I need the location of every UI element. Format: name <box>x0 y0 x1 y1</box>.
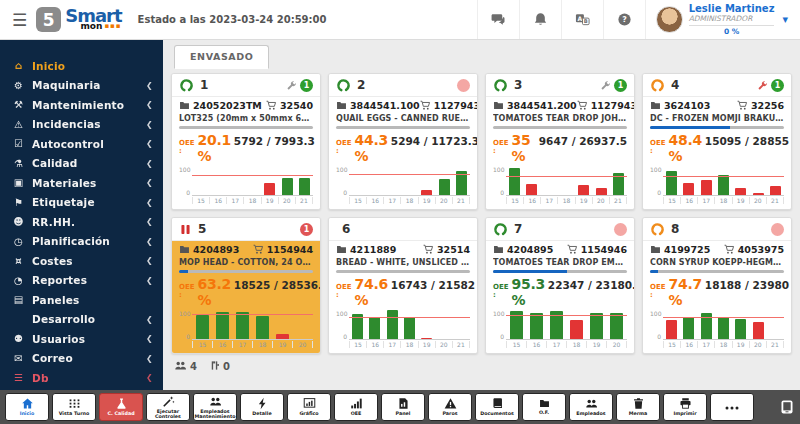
toolbar-button-documentos[interactable]: Documentos <box>475 393 519 421</box>
card-header: 7 <box>486 218 634 241</box>
tag-icon: ⚑ <box>10 197 27 208</box>
toolbar-button-more[interactable] <box>710 393 754 421</box>
x-tick-label: 17 <box>226 197 243 204</box>
chevron-left-icon: ❮ <box>146 100 153 109</box>
sidebar-item-planificaci-n[interactable]: ◷Planificación❮ <box>0 232 163 252</box>
toolbar-button-empleados[interactable]: Empleados <box>569 393 613 421</box>
order-progress-bar <box>179 270 313 274</box>
toolbar-button-paros[interactable]: Paros <box>428 393 472 421</box>
sidebar-item-usuarios[interactable]: ⚉Usuarios❮ <box>0 329 163 349</box>
sidebar-item-correo[interactable]: ✉Correo❮ <box>0 349 163 369</box>
user-menu[interactable]: Leslie Martinez ADMINISTRADOR 0 % ▾ <box>645 0 800 39</box>
order-progress-bar <box>179 126 313 130</box>
y-min-label: 0 <box>179 333 190 340</box>
sidebar-item-db[interactable]: ☰Db❮ <box>0 368 163 388</box>
sidebar-item-calidad[interactable]: ⚗Calidad❮ <box>0 154 163 174</box>
machine-card-1[interactable]: 1124052023TM32540LOT325 (20mm x 50mmx 60… <box>171 73 321 210</box>
folder-icon <box>179 244 190 255</box>
machine-number: 4 <box>671 78 679 92</box>
toolbar-button-vista-turno[interactable]: Vista Turno <box>52 393 96 421</box>
sidebar-item-incidencias[interactable]: ⚠Incidencias❮ <box>0 115 163 135</box>
toolbar-button-detalle[interactable]: Detalle <box>240 393 284 421</box>
chat-icon[interactable] <box>477 0 519 39</box>
chart-bar <box>439 179 450 195</box>
x-axis-labels: 15161718192021 <box>192 197 313 204</box>
machine-card-6[interactable]: 6421188932514BREAD - WHITE, UNSLICED JOH… <box>328 217 478 354</box>
machine-card-8[interactable]: 841997254053975CORN SYRUP KOEPP-HEGMANN … <box>642 217 792 354</box>
progress-ring-icon <box>493 222 508 237</box>
production-counts: 18525 / 28536. <box>234 279 321 291</box>
machine-card-5[interactable]: 5142048931154944MOP HEAD - COTTON, 24 OZ… <box>171 217 321 354</box>
product-name: CORN SYRUP KOEPP-HEGMANN GR... <box>650 258 784 267</box>
wand-icon <box>162 395 175 408</box>
sidebar-item-desarrollo[interactable]: Desarrollo❮ <box>0 310 163 330</box>
y-min-label: 0 <box>336 333 347 340</box>
toolbar-button-imprimir[interactable]: Imprimir <box>663 393 707 421</box>
toolbar-button-ejecutar-controles[interactable]: Ejecutar Controles <box>146 393 190 421</box>
chart-slot <box>453 310 470 339</box>
card-body: 362410332256DC - FROZEN MOMJI BRAKUS-GRE… <box>643 97 791 209</box>
sidebar-item-inicio[interactable]: ⌂Inicio <box>0 56 163 76</box>
sidebar-item-rr-hh[interactable]: ☻RR.HH.❮ <box>0 212 163 232</box>
y-min-label: 0 <box>336 189 347 196</box>
toolbar-button-merma[interactable]: Merma <box>616 393 660 421</box>
cart-icon <box>420 100 431 111</box>
bell-icon[interactable] <box>519 0 561 39</box>
x-tick-label: 15 <box>506 341 526 348</box>
chart-slot <box>506 166 523 195</box>
machine-card-2[interactable]: 23844541.10011279430QUAIL EGGS - CANNED … <box>328 73 478 210</box>
machine-number: 3 <box>514 78 522 92</box>
sidebar-item-etiquetaje[interactable]: ⚑Etiquetaje❮ <box>0 193 163 213</box>
translate-icon[interactable]: AB <box>561 0 603 39</box>
sidebar-item-costes[interactable]: ¤Costes❮ <box>0 251 163 271</box>
sidebar-item-paneles[interactable]: ▤Paneles <box>0 290 163 310</box>
chevron-left-icon: ❮ <box>146 315 153 324</box>
chart-slot <box>384 310 401 339</box>
cart-icon <box>577 100 588 111</box>
machine-card-3[interactable]: 313844541.20011279430TOMATOES TEAR DROP … <box>485 73 635 210</box>
product-name: QUAIL EGGS - CANNED RUECKER-E... <box>336 114 470 123</box>
y-min-label: 0 <box>650 189 661 196</box>
machine-number: 2 <box>357 78 365 92</box>
chevron-left-icon: ❮ <box>146 373 153 382</box>
x-tick-label: 15 <box>192 197 209 204</box>
x-axis-labels: 15161718192021 <box>506 197 627 204</box>
chart-bar <box>753 322 764 339</box>
avatar <box>656 6 683 33</box>
chart-bar <box>596 188 607 195</box>
toolbar-button-gr-fico[interactable]: Gráfico <box>287 393 331 421</box>
oee-value: 63.2 % <box>198 276 231 308</box>
card-header: 51 <box>172 218 320 241</box>
gears-icon: ⚙ <box>10 80 27 91</box>
x-tick-label: 16 <box>366 197 383 204</box>
oee-value: 74.6 % <box>355 276 388 308</box>
x-tick-label: 18 <box>566 341 586 348</box>
toolbar-button-empleados-mantenimiento[interactable]: Empleados Mantenimiento <box>193 393 237 421</box>
x-tick-label: 17 <box>697 341 714 348</box>
hamburger-menu-icon[interactable]: ☰ <box>12 10 27 30</box>
cart-icon <box>253 244 264 255</box>
toolbar-button-c-calidad[interactable]: C. Calidad <box>99 393 143 421</box>
toolbar-button-oee[interactable]: OEE <box>334 393 378 421</box>
x-tick-label: 15 <box>192 341 212 348</box>
chart-slot <box>418 310 435 339</box>
chart-slot <box>435 166 452 195</box>
sidebar-item-autocontrol[interactable]: ☑Autocontrol❮ <box>0 134 163 154</box>
oee-label: OEE : <box>336 283 352 299</box>
toolbar-button-o-f[interactable]: O.F. <box>522 393 566 421</box>
toolbar-button-inicio[interactable]: Inicio <box>5 393 49 421</box>
help-icon[interactable]: ? <box>603 0 645 39</box>
sidebar-item-maquinaria[interactable]: ⚙Maquinaria❮ <box>0 76 163 96</box>
sidebar-item-mantenimiento[interactable]: ⚒Mantenimiento❮ <box>0 95 163 115</box>
chart-slot <box>749 310 766 339</box>
sidebar-item-materiales[interactable]: ▣Materiales❮ <box>0 173 163 193</box>
sidebar-item-reportes[interactable]: ◔Reportes❮ <box>0 271 163 291</box>
machine-card-4[interactable]: 41362410332256DC - FROZEN MOMJI BRAKUS-G… <box>642 73 792 210</box>
machine-card-7[interactable]: 742048951154946TOMATOES TEAR DROP EMARD … <box>485 217 635 354</box>
chart-slot <box>680 166 697 195</box>
device-monitor-icon[interactable] <box>779 399 795 415</box>
chevron-left-icon: ❮ <box>146 276 153 285</box>
tab-envasado[interactable]: ENVASADO <box>174 45 269 69</box>
toolbar-button-panel[interactable]: Panel <box>381 393 425 421</box>
oee-value: 95.3 % <box>512 276 545 308</box>
